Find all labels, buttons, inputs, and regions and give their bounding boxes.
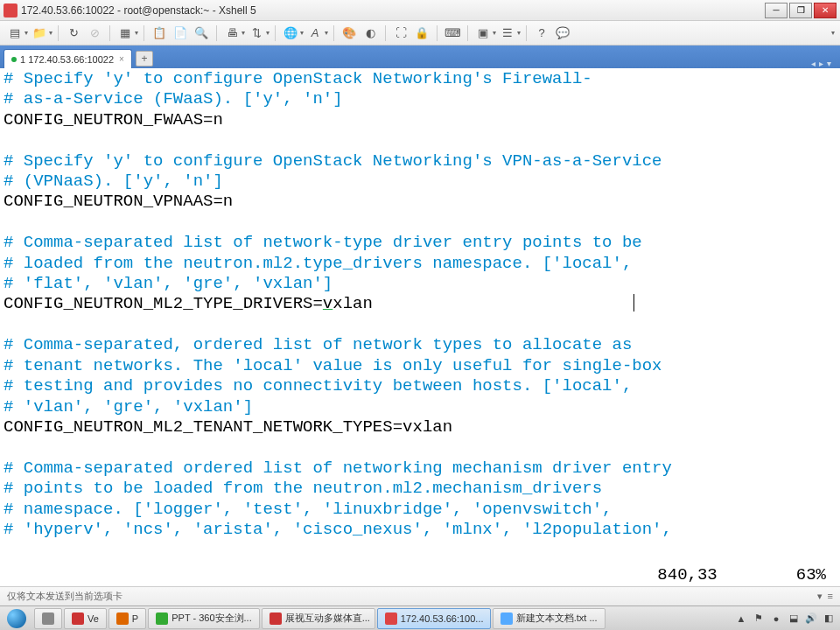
comment-line: # loaded from the neutron.ml2.type_drive…	[4, 254, 632, 273]
config-value: n	[223, 192, 233, 211]
scheme-icon[interactable]: ◐	[360, 24, 380, 43]
tabbar: 1 172.40.53.66:10022 × + ◂ ▸ ▾	[0, 46, 840, 68]
window-title: 172.40.53.66:10022 - root@openstack:~ - …	[21, 4, 765, 17]
comment-line: # tenant networks. The 'local' value is …	[4, 356, 662, 375]
comment-line: # points to be loaded from the neutron.m…	[4, 479, 602, 498]
tab-add-button[interactable]: +	[136, 51, 153, 66]
toolbar: ▤▾ 📁▾ ↻ ⊘ ▦▾ 📋 📄 🔍 🖶▾ ⇅▾ 🌐▾ A▾ 🎨 ◐ ⛶ 🔒 ⌨…	[0, 21, 840, 46]
find-icon[interactable]: 🔍	[192, 24, 211, 43]
tab-label: 1 172.40.53.66:10022	[20, 54, 114, 65]
taskbar-item[interactable]: 新建文本文档.txt ...	[493, 608, 606, 629]
status-text: 仅将文本发送到当前选项卡	[7, 590, 122, 603]
transfer-icon[interactable]: ⇅	[247, 24, 266, 43]
comment-line: # Specify 'y' to configure OpenStack Net…	[4, 69, 592, 88]
keyboard-icon[interactable]: ⌨	[443, 24, 462, 43]
scroll-percent: 63%	[796, 565, 826, 584]
comment-line: # as-a-Service (FWaaS). ['y', 'n']	[4, 89, 343, 108]
tab-session-1[interactable]: 1 172.40.53.66:10022 ×	[4, 49, 132, 68]
window-controls: ─ ❐ ✕	[765, 3, 836, 18]
system-tray: ▲ ⚑ ● ⬓ 🔊 ◧	[730, 612, 840, 625]
comment-line: # 'hyperv', 'ncs', 'arista', 'cisco_nexu…	[4, 520, 672, 539]
task-app-icon	[42, 612, 54, 625]
terminal[interactable]: # Specify 'y' to configure OpenStack Net…	[0, 68, 840, 586]
properties-icon[interactable]: ▦	[116, 24, 135, 43]
open-icon[interactable]: 📁	[30, 24, 49, 43]
taskbar: VePPPT - 360安全浏...展视互动多媒体直...172.40.53.6…	[0, 606, 840, 630]
minimize-button[interactable]: ─	[765, 3, 788, 18]
tile-icon[interactable]: ☰	[498, 24, 517, 43]
app-icon	[4, 4, 18, 18]
volume-icon[interactable]: 🔊	[805, 612, 817, 625]
task-app-icon	[156, 612, 168, 625]
task-label: 展视互动多媒体直...	[285, 612, 370, 625]
config-value: vxlan	[402, 417, 452, 437]
config-key: CONFIG_NEUTRON_ML2_TYPE_DRIVERS=	[4, 294, 323, 313]
color-icon[interactable]: 🎨	[340, 24, 359, 43]
task-label: Ve	[88, 613, 99, 624]
tab-close-icon[interactable]: ×	[119, 54, 124, 64]
comment-line: # testing and provides no connectivity b…	[4, 376, 632, 396]
task-label: P	[132, 613, 138, 624]
tray-icon[interactable]: ◧	[822, 612, 835, 625]
reconnect-icon[interactable]: ↻	[64, 24, 83, 43]
tray-icon[interactable]: ⬓	[788, 612, 800, 625]
text-cursor	[634, 294, 634, 312]
taskbar-item[interactable]: 172.40.53.66:100...	[377, 608, 491, 629]
comment-line: # Comma-separated ordered list of networ…	[4, 458, 672, 478]
task-label: 新建文本文档.txt ...	[516, 612, 598, 625]
fullscreen-icon[interactable]: ⛶	[391, 24, 410, 43]
toolbar-overflow-icon[interactable]: ▾	[831, 29, 835, 37]
taskbar-item[interactable]: PPT - 360安全浏...	[148, 608, 260, 629]
editor-position-indicator: 840,33 63%	[657, 565, 826, 584]
config-value: v	[323, 294, 332, 313]
statusbar: 仅将文本发送到当前选项卡 ▾ ≡	[0, 586, 840, 606]
new-session-icon[interactable]: ▤	[5, 24, 24, 43]
config-key: CONFIG_NEUTRON_FWAAS=	[4, 110, 213, 130]
tab-list-icon[interactable]: ▾	[827, 59, 831, 68]
maximize-button[interactable]: ❐	[789, 3, 812, 18]
lock-icon[interactable]: 🔒	[412, 24, 431, 43]
comment-line: # Comma-separated list of network-type d…	[4, 233, 642, 252]
close-button[interactable]: ✕	[814, 3, 836, 18]
layout-icon[interactable]: ▣	[473, 24, 493, 43]
comment-line: # Specify 'y' to configure OpenStack Net…	[4, 151, 662, 171]
comment-line: # 'flat', 'vlan', 'gre', 'vxlan']	[4, 274, 332, 293]
tray-icon[interactable]: ⚑	[752, 612, 765, 625]
connected-indicator-icon	[11, 57, 17, 62]
tab-prev-icon[interactable]: ◂	[811, 59, 816, 68]
config-value: xlan	[332, 294, 373, 313]
task-app-icon	[385, 612, 397, 625]
font-icon[interactable]: A	[305, 24, 325, 43]
comment-line: # Comma-separated, ordered list of netwo…	[4, 335, 632, 354]
status-menu-icon[interactable]: ≡	[828, 591, 833, 602]
print-icon[interactable]: 🖶	[222, 24, 242, 43]
comment-line: # namespace. ['logger', 'test', 'linuxbr…	[4, 500, 612, 519]
tab-next-icon[interactable]: ▸	[819, 59, 823, 68]
taskbar-item[interactable]: Ve	[64, 608, 107, 629]
task-app-icon	[72, 612, 84, 625]
disconnect-icon[interactable]: ⊘	[85, 24, 104, 43]
tray-arrow-icon[interactable]: ▲	[735, 612, 747, 625]
taskbar-item[interactable]: P	[108, 608, 146, 629]
comment-line: # (VPNaaS). ['y', 'n']	[4, 172, 223, 191]
status-dropdown-icon[interactable]: ▾	[817, 591, 822, 602]
taskbar-item[interactable]	[34, 608, 62, 629]
titlebar: 172.40.53.66:10022 - root@openstack:~ - …	[0, 0, 840, 21]
task-app-icon	[270, 612, 282, 625]
cursor-position: 840,33	[657, 565, 717, 584]
paste-icon[interactable]: 📄	[171, 24, 190, 43]
windows-icon	[7, 609, 26, 628]
comment-line: # 'vlan', 'gre', 'vxlan']	[4, 397, 253, 416]
task-label: 172.40.53.66:100...	[401, 613, 484, 624]
config-key: CONFIG_NEUTRON_ML2_TENANT_NETWORK_TYPES=	[4, 417, 402, 437]
help-icon[interactable]: ?	[532, 24, 551, 43]
copy-icon[interactable]: 📋	[150, 24, 169, 43]
task-app-icon	[500, 612, 513, 625]
feedback-icon[interactable]: 💬	[553, 24, 572, 43]
config-value: n	[213, 110, 222, 130]
encoding-icon[interactable]: 🌐	[281, 24, 300, 43]
start-button[interactable]	[0, 606, 33, 631]
taskbar-item[interactable]: 展视互动多媒体直...	[262, 608, 375, 629]
tray-icon[interactable]: ●	[770, 612, 782, 625]
config-key: CONFIG_NEUTRON_VPNAAS=	[4, 192, 223, 211]
